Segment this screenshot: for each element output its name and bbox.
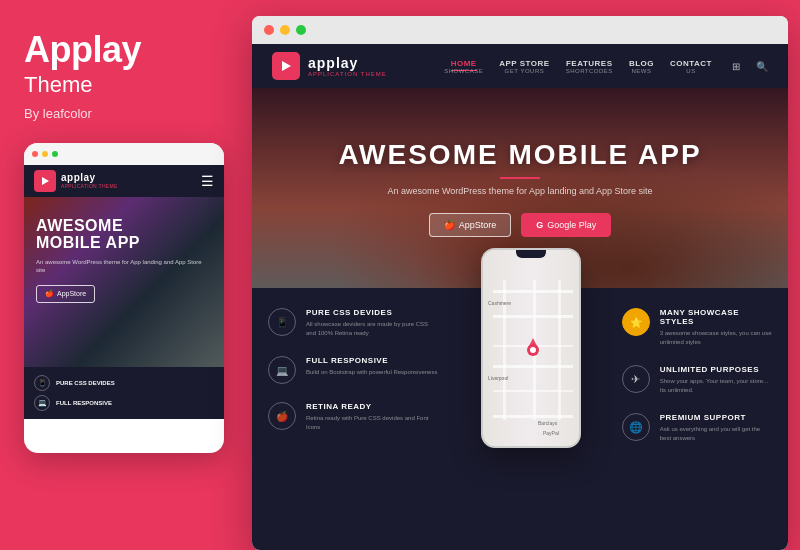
mobile-feature-icon-2: 💻 (34, 395, 50, 411)
feature-item-purposes: ✈ UNLIMITED PURPOSES Show your apps. You… (622, 365, 772, 395)
mobile-feature-icon-1: 📱 (34, 375, 50, 391)
svg-text:Cashmere: Cashmere (488, 300, 511, 306)
nav-link-blog[interactable]: BLOG News (629, 59, 654, 74)
desktop-hero-desc: An awesome WordPress theme for App landi… (388, 185, 653, 199)
browser-dot-yellow (280, 25, 290, 35)
feature-title-css: PURE CSS DEVIDES (306, 308, 440, 317)
svg-point-10 (530, 347, 536, 353)
brand-subtitle: Theme (24, 72, 224, 98)
nav-link-features[interactable]: FEATURES Shortcodes (566, 59, 613, 74)
feature-item-responsive: 💻 FULL RESPONSIVE Build on Bootstrap wit… (268, 356, 440, 384)
feature-icon-css: 📱 (268, 308, 296, 336)
hero-buttons: 🍎 AppStore G Google Play (429, 213, 612, 237)
left-panel: Applay Theme By leafcolor applay APPLICA… (0, 0, 248, 550)
mobile-dot-green (52, 151, 58, 157)
desktop-nav-links: HOME Showcase APP STORE Get yours FEATUR… (444, 59, 768, 74)
browser-titlebar (252, 16, 788, 44)
feature-item-css: 📱 PURE CSS DEVIDES All showcase deviders… (268, 308, 440, 338)
feature-desc-showcase: 3 awesome showcase styles, you can use u… (660, 329, 772, 347)
browser-dot-red (264, 25, 274, 35)
features-left: 📱 PURE CSS DEVIDES All showcase deviders… (252, 288, 456, 550)
mobile-hero-content: AWESOME MOBILE APP An awesome WordPress … (24, 197, 224, 315)
nav-link-home[interactable]: HOME Showcase (444, 59, 483, 74)
svg-text:Barclays: Barclays (538, 420, 558, 426)
apple-icon: 🍎 (444, 220, 455, 230)
brand-title: Applay (24, 30, 224, 70)
svg-text:Liverpool: Liverpool (488, 375, 508, 381)
features-section: 📱 PURE CSS DEVIDES All showcase deviders… (252, 288, 788, 550)
mobile-feature-2: 💻 FULL RESPONSIVE (34, 395, 214, 411)
feature-desc-support: Ask us everything and you will get the b… (660, 425, 772, 443)
features-center: Cashmere Liverpool Barclays PayPal (456, 288, 606, 550)
mobile-app-icon (34, 170, 56, 192)
desktop-app-icon (272, 52, 300, 80)
feature-item-retina: 🍎 RETINA READY Retina ready with Pure CS… (268, 402, 440, 432)
feature-title-responsive: FULL RESPONSIVE (306, 356, 437, 365)
mobile-logo-tagline: APPLICATION THEME (61, 183, 118, 189)
feature-icon-retina: 🍎 (268, 402, 296, 430)
feature-desc-retina: Retina ready with Pure CSS devides and F… (306, 414, 440, 432)
googleplay-btn-label: Google Play (547, 220, 596, 230)
mobile-dot-yellow (42, 151, 48, 157)
feature-desc-css: All showcase deviders are made by pure C… (306, 320, 440, 338)
feature-icon-purposes: ✈ (622, 365, 650, 393)
feature-item-showcase: ⭐ MANY SHOWCASE STYLES 3 awesome showcas… (622, 308, 772, 347)
desktop-browser: applay APPLICATION THEME HOME Showcase A… (252, 16, 788, 550)
desktop-hero-title: AWESOME MOBILE APP (338, 139, 701, 171)
desktop-logo-text: applay APPLICATION THEME (308, 55, 387, 77)
svg-rect-8 (558, 280, 561, 420)
apple-icon: 🍎 (45, 290, 54, 298)
feature-title-purposes: UNLIMITED PURPOSES (660, 365, 772, 374)
feature-title-showcase: MANY SHOWCASE STYLES (660, 308, 772, 326)
desktop-nav: applay APPLICATION THEME HOME Showcase A… (252, 44, 788, 88)
nav-link-appstore[interactable]: APP STORE Get yours (499, 59, 549, 74)
hero-divider (500, 177, 540, 179)
mobile-appstore-button[interactable]: 🍎 AppStore (36, 285, 95, 303)
mobile-browser-bar (24, 143, 224, 165)
feature-title-retina: RETINA READY (306, 402, 440, 411)
mobile-hero-title: AWESOME MOBILE APP (36, 217, 212, 252)
feature-icon-responsive: 💻 (268, 356, 296, 384)
feature-desc-purposes: Show your apps. Your team, your store...… (660, 377, 772, 395)
desktop-logo-name: applay (308, 55, 387, 71)
desktop-hero: AWESOME MOBILE APP An awesome WordPress … (252, 88, 788, 288)
appstore-btn-label: AppStore (459, 220, 497, 230)
mobile-dot-red (32, 151, 38, 157)
mobile-hero: AWESOME MOBILE APP An awesome WordPress … (24, 197, 224, 367)
mobile-features-preview: 📱 PURE CSS DEVIDES 💻 FULL RESPONSIVE (24, 367, 224, 419)
nav-search-icon[interactable]: 🔍 (756, 61, 768, 72)
desktop-logo-tagline: APPLICATION THEME (308, 71, 387, 77)
mobile-play-icon (42, 177, 49, 185)
appstore-button[interactable]: 🍎 AppStore (429, 213, 512, 237)
google-icon: G (536, 220, 543, 230)
desktop-content: applay APPLICATION THEME HOME Showcase A… (252, 44, 788, 550)
nav-link-contact[interactable]: CONTACT Us (670, 59, 712, 74)
mobile-mockup: applay APPLICATION THEME ☰ AWESOME MOBIL… (24, 143, 224, 453)
features-right: ⭐ MANY SHOWCASE STYLES 3 awesome showcas… (606, 288, 788, 550)
appstore-label: AppStore (57, 290, 86, 297)
phone-notch (516, 250, 546, 258)
brand-author: By leafcolor (24, 106, 224, 121)
desktop-logo-area: applay APPLICATION THEME (272, 52, 387, 80)
nav-expand-icon[interactable]: ⊞ (732, 61, 740, 72)
mobile-feature-1: 📱 PURE CSS DEVIDES (34, 375, 214, 391)
feature-item-support: 🌐 PREMIUM SUPPORT Ask us everything and … (622, 413, 772, 443)
mobile-feature-title-2: FULL RESPONSIVE (56, 400, 112, 406)
mobile-logo-area: applay APPLICATION THEME (34, 170, 118, 192)
mobile-logo-name: applay (61, 172, 118, 183)
feature-desc-responsive: Build on Bootstrap with powerful Respons… (306, 368, 437, 377)
mobile-feature-title-1: PURE CSS DEVIDES (56, 380, 115, 386)
feature-icon-support: 🌐 (622, 413, 650, 441)
googleplay-button[interactable]: G Google Play (521, 213, 611, 237)
svg-text:PayPal: PayPal (543, 430, 559, 436)
feature-icon-showcase: ⭐ (622, 308, 650, 336)
mobile-logo-text: applay APPLICATION THEME (61, 172, 118, 189)
mobile-hero-desc: An awesome WordPress theme for App landi… (36, 258, 212, 275)
desktop-hero-content: AWESOME MOBILE APP An awesome WordPress … (252, 88, 788, 288)
hamburger-icon[interactable]: ☰ (201, 173, 214, 189)
browser-dot-green (296, 25, 306, 35)
mobile-nav: applay APPLICATION THEME ☰ (24, 165, 224, 197)
desktop-play-icon (282, 61, 291, 71)
feature-title-support: PREMIUM SUPPORT (660, 413, 772, 422)
